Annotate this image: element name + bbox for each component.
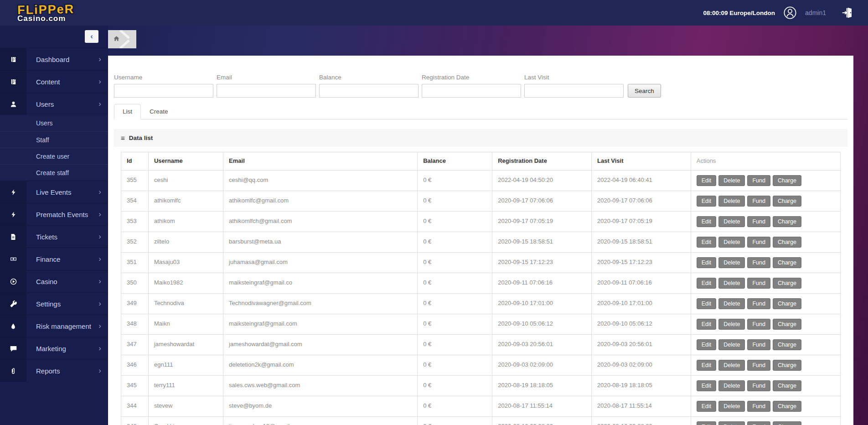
sidebar-item-live-events[interactable]: Live Events› bbox=[0, 181, 108, 203]
delete-button[interactable]: Delete bbox=[718, 339, 745, 350]
edit-button[interactable]: Edit bbox=[697, 175, 717, 186]
logo[interactable]: FLiPPeR Casino.com bbox=[0, 4, 74, 22]
delete-button[interactable]: Delete bbox=[718, 298, 745, 309]
tab-list[interactable]: List bbox=[114, 104, 141, 119]
delete-button[interactable]: Delete bbox=[718, 319, 745, 330]
fund-button[interactable]: Fund bbox=[747, 298, 770, 309]
fund-button[interactable]: Fund bbox=[747, 360, 770, 371]
edit-button[interactable]: Edit bbox=[697, 360, 717, 371]
actions-cell: EditDeleteFundCharge bbox=[691, 170, 840, 191]
edit-button[interactable]: Edit bbox=[697, 257, 717, 268]
chat-icon bbox=[0, 337, 26, 359]
sidebar-subitem-create-staff[interactable]: Create staff bbox=[0, 164, 108, 181]
last-visit-input[interactable] bbox=[524, 84, 624, 98]
edit-button[interactable]: Edit bbox=[697, 237, 717, 248]
charge-button[interactable]: Charge bbox=[773, 298, 801, 309]
svg-text:0: 0 bbox=[13, 259, 14, 260]
edit-button[interactable]: Edit bbox=[697, 401, 717, 412]
tab-create[interactable]: Create bbox=[141, 104, 177, 119]
delete-button[interactable]: Delete bbox=[718, 360, 745, 371]
edit-button[interactable]: Edit bbox=[697, 298, 717, 309]
edit-button[interactable]: Edit bbox=[697, 319, 717, 330]
delete-button[interactable]: Delete bbox=[718, 401, 745, 412]
breadcrumb[interactable] bbox=[108, 30, 136, 48]
edit-button[interactable]: Edit bbox=[697, 421, 717, 425]
sidebar-item-marketing[interactable]: Marketing› bbox=[0, 337, 108, 359]
edit-button[interactable]: Edit bbox=[697, 196, 717, 207]
charge-button[interactable]: Charge bbox=[773, 360, 801, 371]
sidebar-item-users[interactable]: Users› bbox=[0, 93, 108, 115]
charge-button[interactable]: Charge bbox=[773, 401, 801, 412]
registration-date-input[interactable] bbox=[422, 84, 521, 98]
charge-button[interactable]: Charge bbox=[773, 175, 801, 186]
fund-button[interactable]: Fund bbox=[747, 339, 770, 350]
sidebar-item-dashboard[interactable]: Dashboard› bbox=[0, 48, 108, 70]
fund-button[interactable]: Fund bbox=[747, 175, 770, 186]
table-row: 350Maiko1982maiksteingraf@gmail.co0 €202… bbox=[121, 273, 841, 293]
fund-button[interactable]: Fund bbox=[747, 319, 770, 330]
delete-button[interactable]: Delete bbox=[718, 196, 745, 207]
chevron-right-icon: › bbox=[98, 321, 101, 331]
sidebar-item-finance[interactable]: 0Finance› bbox=[0, 248, 108, 270]
fund-button[interactable]: Fund bbox=[747, 257, 770, 268]
charge-button[interactable]: Charge bbox=[773, 380, 801, 391]
fund-button[interactable]: Fund bbox=[747, 421, 770, 425]
sidebar-item-risk-management[interactable]: Risk management› bbox=[0, 315, 108, 337]
delete-button[interactable]: Delete bbox=[718, 421, 745, 425]
fund-button[interactable]: Fund bbox=[747, 401, 770, 412]
charge-button[interactable]: Charge bbox=[773, 278, 801, 289]
delete-button[interactable]: Delete bbox=[718, 278, 745, 289]
sidebar-item-content[interactable]: Content› bbox=[0, 70, 108, 93]
delete-button[interactable]: Delete bbox=[718, 175, 745, 186]
fund-button[interactable]: Fund bbox=[747, 196, 770, 207]
edit-button[interactable]: Edit bbox=[697, 216, 717, 227]
delete-button[interactable]: Delete bbox=[718, 257, 745, 268]
balance-cell: 0 € bbox=[418, 375, 492, 396]
balance-cell: 0 € bbox=[418, 191, 492, 211]
charge-button[interactable]: Charge bbox=[773, 196, 801, 207]
username-input[interactable] bbox=[114, 84, 213, 98]
email-input[interactable] bbox=[217, 84, 316, 98]
registration-date-cell: 2020-09-15 18:58:51 bbox=[492, 232, 592, 252]
datalist-body: IdUsernameEmailBalanceRegistration DateL… bbox=[114, 147, 847, 425]
charge-button[interactable]: Charge bbox=[773, 216, 801, 227]
sidebar-subitem-create-user[interactable]: Create user bbox=[0, 148, 108, 164]
logout-door-icon[interactable] bbox=[840, 5, 855, 21]
sidebar-item-reports[interactable]: Reports› bbox=[0, 359, 108, 382]
sidebar-subitem-staff[interactable]: Staff bbox=[0, 131, 108, 148]
sidebar-item-settings[interactable]: Settings› bbox=[0, 292, 108, 315]
balance-input[interactable] bbox=[319, 84, 418, 98]
registration-date-cell: 2020-09-15 17:12:23 bbox=[492, 252, 592, 273]
sidebar-item-prematch-events[interactable]: Prematch Events› bbox=[0, 203, 108, 225]
search-button[interactable]: Search bbox=[628, 84, 661, 98]
chevron-right-icon: › bbox=[98, 210, 101, 219]
edit-button[interactable]: Edit bbox=[697, 380, 717, 391]
sidebar-collapse-button[interactable]: ‹ bbox=[85, 30, 98, 43]
search-field-balance: Balance bbox=[319, 74, 418, 98]
charge-button[interactable]: Charge bbox=[773, 237, 801, 248]
delete-button[interactable]: Delete bbox=[718, 380, 745, 391]
table-row: 351Masaju03juhamasa@gmail.com0 €2020-09-… bbox=[121, 252, 841, 273]
last-visit-cell: 2020-08-17 11:55:14 bbox=[591, 396, 691, 416]
fund-button[interactable]: Fund bbox=[747, 216, 770, 227]
charge-button[interactable]: Charge bbox=[773, 421, 801, 425]
last-visit-cell: 2020-08-10 09:38:20 bbox=[591, 416, 691, 425]
fund-button[interactable]: Fund bbox=[747, 380, 770, 391]
sidebar-subitem-users[interactable]: Users bbox=[0, 115, 108, 131]
charge-button[interactable]: Charge bbox=[773, 319, 801, 330]
username-label[interactable]: admin1 bbox=[805, 9, 826, 16]
delete-button[interactable]: Delete bbox=[718, 216, 745, 227]
charge-button[interactable]: Charge bbox=[773, 339, 801, 350]
sidebar-item-label: Content bbox=[26, 78, 98, 86]
fund-button[interactable]: Fund bbox=[747, 237, 770, 248]
charge-button[interactable]: Charge bbox=[773, 257, 801, 268]
last-visit-cell: 2020-08-19 18:18:05 bbox=[591, 375, 691, 396]
fund-button[interactable]: Fund bbox=[747, 278, 770, 289]
edit-button[interactable]: Edit bbox=[697, 339, 717, 350]
search-field-label: Username bbox=[114, 74, 213, 81]
sidebar-item-tickets[interactable]: Tickets› bbox=[0, 225, 108, 248]
edit-button[interactable]: Edit bbox=[697, 278, 717, 289]
sidebar-item-casino[interactable]: Casino› bbox=[0, 270, 108, 292]
delete-button[interactable]: Delete bbox=[718, 237, 745, 248]
username-cell: terry111 bbox=[148, 375, 223, 396]
